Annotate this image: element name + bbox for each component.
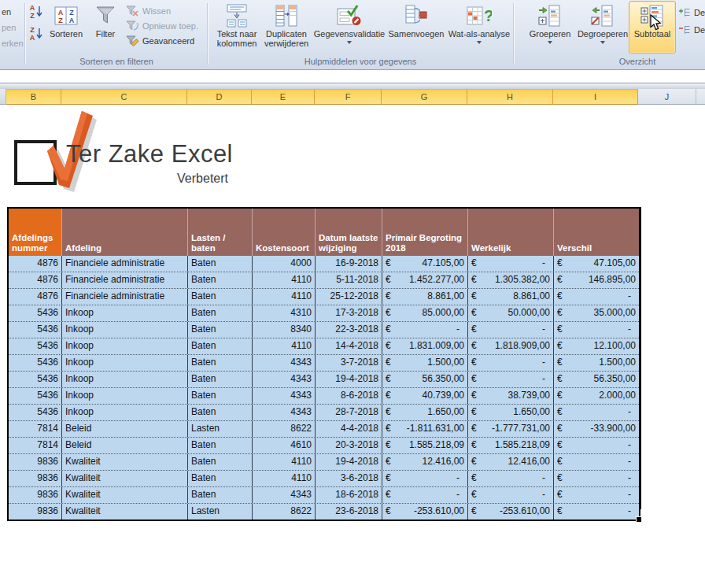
column-header-F[interactable]: F — [315, 89, 382, 105]
cell-verschil[interactable]: €- — [554, 471, 639, 486]
cell-lasten-baten[interactable]: Lasten — [188, 504, 253, 520]
cell-afdelingsnummer[interactable]: 9836 — [9, 454, 62, 470]
cell-lasten-baten[interactable]: Baten — [188, 256, 253, 272]
cell-kostensoort[interactable]: 4110 — [253, 272, 316, 288]
cell-begroting[interactable]: €-1.811.631,00 — [382, 421, 468, 437]
cell-datum[interactable]: 25-12-2018 — [316, 289, 382, 305]
cell-verschil[interactable]: €-33.900,00 — [554, 421, 639, 437]
hide-detail-button[interactable]: Det — [678, 23, 705, 37]
cell-verschil[interactable]: €47.105,00 — [554, 256, 639, 272]
cell-begroting[interactable]: €8.861,00 — [382, 289, 468, 305]
cell-datum[interactable]: 5-11-2018 — [316, 272, 382, 288]
cell-afdeling[interactable]: Kwaliteit — [62, 471, 188, 486]
cell-begroting[interactable]: €12.416,00 — [382, 454, 468, 470]
column-header-J[interactable]: J — [638, 89, 696, 105]
cell-verschil[interactable]: €1.500,00 — [554, 355, 639, 371]
cell-kostensoort[interactable]: 4310 — [253, 305, 316, 321]
cell-kostensoort[interactable]: 4610 — [253, 438, 316, 453]
cell-afdelingsnummer[interactable]: 5436 — [9, 405, 62, 420]
cell-werkelijk[interactable]: €- — [468, 372, 554, 387]
cell-afdeling[interactable]: Beleid — [62, 438, 188, 453]
cell-afdelingsnummer[interactable]: 9836 — [9, 504, 62, 520]
cell-werkelijk[interactable]: €-1.777.731,00 — [468, 421, 554, 437]
cell-afdeling[interactable]: Kwaliteit — [62, 504, 188, 520]
cell-begroting[interactable]: €56.350,00 — [382, 372, 468, 387]
cell-kostensoort[interactable]: 4110 — [253, 289, 316, 305]
clipped-button-label[interactable]: erken — [2, 39, 24, 48]
cell-verschil[interactable]: €35.000,00 — [554, 305, 639, 321]
cell-afdelingsnummer[interactable]: 5436 — [9, 355, 62, 371]
consolidate-button[interactable]: Samenvoegen — [387, 2, 445, 52]
cell-afdeling[interactable]: Inkoop — [62, 372, 188, 387]
cell-lasten-baten[interactable]: Baten — [188, 289, 253, 305]
cell-lasten-baten[interactable]: Baten — [188, 454, 253, 470]
cell-verschil[interactable]: €- — [554, 454, 639, 470]
cell-datum[interactable]: 22-3-2018 — [316, 322, 382, 338]
cell-lasten-baten[interactable]: Baten — [188, 405, 253, 420]
cell-datum[interactable]: 16-9-2018 — [316, 256, 382, 272]
cell-afdelingsnummer[interactable]: 4876 — [9, 272, 62, 288]
cell-afdelingsnummer[interactable]: 9836 — [9, 487, 62, 503]
cell-lasten-baten[interactable]: Baten — [188, 487, 253, 503]
cell-afdelingsnummer[interactable]: 4876 — [9, 289, 62, 305]
cell-datum[interactable]: 19-4-2018 — [316, 454, 382, 470]
cell-kostensoort[interactable]: 4110 — [253, 338, 316, 354]
cell-werkelijk[interactable]: €- — [468, 256, 554, 272]
cell-verschil[interactable]: €- — [554, 289, 639, 305]
table-header-verschil[interactable]: Verschil — [554, 209, 639, 256]
cell-afdeling[interactable]: Inkoop — [62, 338, 188, 354]
cell-verschil[interactable]: €2.000,00 — [554, 388, 639, 404]
reapply-filter-button[interactable]: Opnieuw toep. — [126, 19, 198, 33]
cell-lasten-baten[interactable]: Baten — [188, 438, 253, 453]
cell-datum[interactable]: 18-6-2018 — [316, 487, 382, 503]
cell-afdeling[interactable]: Kwaliteit — [62, 454, 188, 470]
cell-lasten-baten[interactable]: Baten — [188, 272, 253, 288]
cell-afdelingsnummer[interactable]: 7814 — [9, 421, 62, 437]
cell-afdelingsnummer[interactable]: 5436 — [9, 338, 62, 354]
cell-begroting[interactable]: €1.650,00 — [382, 405, 468, 420]
cell-begroting[interactable]: €- — [382, 322, 468, 338]
cell-afdeling[interactable]: Kwaliteit — [62, 487, 188, 503]
cell-werkelijk[interactable]: €- — [468, 471, 554, 486]
table-header-begroting[interactable]: Primair Begroting 2018 — [382, 209, 468, 256]
cell-datum[interactable]: 3-7-2018 — [316, 355, 382, 371]
table-header-afdelingsnummer[interactable]: Afdelings nummer — [9, 209, 62, 256]
what-if-analysis-button[interactable]: ? Wat-als-analyse — [445, 2, 513, 52]
cell-werkelijk[interactable]: €-253.610,00 — [468, 504, 554, 520]
cell-werkelijk[interactable]: €- — [468, 487, 554, 503]
advanced-filter-button[interactable]: Geavanceerd — [126, 34, 194, 48]
cell-datum[interactable]: 4-4-2018 — [316, 421, 382, 437]
cell-werkelijk[interactable]: €1.650,00 — [468, 405, 554, 420]
cell-kostensoort[interactable]: 8622 — [253, 421, 316, 437]
cell-begroting[interactable]: €- — [382, 487, 468, 503]
cell-kostensoort[interactable]: 4110 — [253, 471, 316, 486]
cell-verschil[interactable]: €- — [554, 405, 639, 420]
sort-button[interactable]: AZZA Sorteren — [46, 2, 87, 52]
column-header-B[interactable]: B — [6, 89, 61, 105]
sort-descending-button[interactable]: ZA — [28, 27, 44, 41]
cell-afdeling[interactable]: Financiele administratie — [62, 272, 188, 288]
cell-kostensoort[interactable]: 4000 — [253, 256, 316, 272]
cell-werkelijk[interactable]: €12.416,00 — [468, 454, 554, 470]
cell-afdelingsnummer[interactable]: 5436 — [9, 388, 62, 404]
cell-kostensoort[interactable]: 4343 — [253, 372, 316, 387]
cell-datum[interactable]: 19-4-2018 — [316, 372, 382, 387]
cell-datum[interactable]: 17-3-2018 — [316, 305, 382, 321]
table-header-kostensoort[interactable]: Kostensoort — [253, 209, 316, 256]
cell-begroting[interactable]: €- — [382, 471, 468, 486]
cell-werkelijk[interactable]: €1.305.382,00 — [468, 272, 554, 288]
cell-afdelingsnummer[interactable]: 5436 — [9, 305, 62, 321]
table-header-werkelijk[interactable]: Werkelijk — [468, 209, 554, 256]
cell-verschil[interactable]: €- — [554, 487, 639, 503]
cell-datum[interactable]: 28-7-2018 — [316, 405, 382, 420]
cell-datum[interactable]: 3-6-2018 — [316, 471, 382, 486]
cell-werkelijk[interactable]: €1.818.909,00 — [468, 338, 554, 354]
column-header-G[interactable]: G — [382, 89, 467, 105]
cell-werkelijk[interactable]: €- — [468, 322, 554, 338]
cell-afdelingsnummer[interactable]: 5436 — [9, 322, 62, 338]
clipped-button-label[interactable]: pen — [2, 23, 16, 32]
cell-kostensoort[interactable]: 8622 — [253, 504, 316, 520]
group-button[interactable]: Groeperen — [524, 2, 576, 52]
cell-verschil[interactable]: €146.895,00 — [554, 272, 639, 288]
selection-fill-handle[interactable] — [636, 516, 642, 523]
